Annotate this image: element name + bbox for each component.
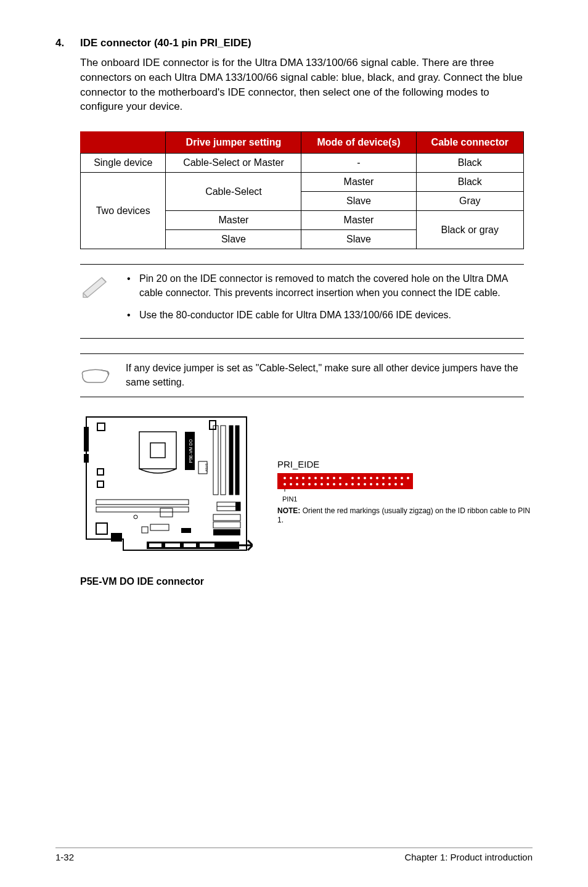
cell-cs-or-master: Cable-Select or Master	[166, 154, 301, 173]
cell-master-mode: Master	[301, 211, 416, 230]
svg-point-55	[401, 477, 403, 479]
svg-point-45	[333, 477, 335, 479]
svg-point-70	[364, 483, 366, 485]
note-bullet-pin20: Pin 20 on the IDE connector is removed t…	[139, 272, 524, 300]
footer-page-number: 1-32	[55, 852, 74, 862]
note-block-pin20: Pin 20 on the IDE connector is removed t…	[80, 264, 524, 339]
svg-point-51	[376, 477, 378, 479]
svg-rect-32	[149, 543, 161, 547]
table-row: Two devices Cable-Select Master Black	[81, 173, 524, 192]
svg-rect-35	[200, 543, 214, 547]
svg-point-65	[333, 483, 335, 485]
svg-point-72	[376, 483, 378, 485]
footer-chapter-title: Chapter 1: Product introduction	[404, 852, 533, 862]
svg-point-56	[407, 477, 409, 479]
svg-point-62	[314, 483, 317, 485]
svg-point-73	[382, 483, 385, 485]
svg-point-68	[351, 483, 354, 485]
svg-rect-20	[96, 523, 107, 534]
svg-point-59	[296, 483, 298, 485]
hand-point-icon	[80, 364, 111, 389]
cell-black-or-gray: Black or gray	[416, 211, 523, 249]
svg-point-38	[290, 477, 292, 479]
cell-cable-select: Cable-Select	[166, 173, 301, 211]
svg-rect-24	[181, 528, 191, 533]
svg-rect-0	[97, 423, 105, 431]
svg-point-53	[388, 477, 391, 479]
svg-rect-14	[229, 426, 233, 495]
svg-point-74	[388, 483, 391, 485]
connector-note-text: Orient the red markings (usually zigzag)…	[277, 506, 530, 524]
note-block-cable-select: If any device jumper is set as "Cable-Se…	[80, 353, 524, 397]
cell-single-device: Single device	[81, 154, 166, 173]
cell-slave: Slave	[301, 192, 416, 211]
svg-point-64	[327, 483, 329, 485]
svg-rect-30	[213, 529, 240, 535]
note-bullet-80conductor: Use the 80-conductor IDE cable for Ultra…	[139, 308, 524, 322]
ide-pinout-diagram	[277, 473, 413, 492]
svg-rect-4	[84, 427, 89, 452]
svg-point-66	[339, 483, 341, 485]
svg-rect-36	[277, 473, 413, 489]
svg-point-44	[327, 477, 329, 479]
connector-note: NOTE: Orient the red markings (usually z…	[277, 506, 533, 524]
jumper-settings-table: Drive jumper setting Mode of device(s) C…	[80, 131, 524, 249]
cell-master: Master	[301, 173, 416, 192]
svg-point-71	[370, 483, 372, 485]
note-cable-select-text: If any device jumper is set as "Cable-Se…	[126, 361, 524, 389]
svg-rect-12	[213, 426, 218, 495]
pin1-label: PIN1	[282, 495, 533, 503]
svg-rect-2	[97, 469, 104, 475]
svg-rect-17	[96, 507, 189, 512]
svg-rect-15	[235, 426, 239, 495]
svg-rect-13	[221, 426, 226, 495]
table-row: Single device Cable-Select or Master - B…	[81, 154, 524, 173]
svg-point-67	[345, 483, 348, 485]
connector-note-bold: NOTE:	[277, 506, 300, 515]
cell-black: Black	[416, 154, 523, 173]
svg-point-63	[321, 483, 323, 485]
svg-point-50	[370, 477, 372, 479]
svg-point-40	[302, 477, 304, 479]
cell-black2: Black	[416, 173, 523, 192]
table-header-blank	[81, 132, 166, 154]
section-body: The onboard IDE connector is for the Ult…	[80, 56, 533, 114]
svg-text:P5E-VM DO: P5E-VM DO	[189, 439, 193, 463]
table-header-cable: Cable connector	[416, 132, 523, 154]
table-header-mode: Mode of device(s)	[301, 132, 416, 154]
cell-master-setting: Master	[166, 211, 301, 230]
cell-two-devices: Two devices	[81, 173, 166, 249]
cell-dash: -	[301, 154, 416, 173]
cell-gray: Gray	[416, 192, 523, 211]
svg-rect-5	[84, 454, 89, 463]
svg-rect-27	[235, 502, 240, 511]
svg-rect-16	[96, 500, 189, 505]
svg-point-54	[394, 477, 397, 479]
svg-rect-1	[210, 421, 216, 429]
svg-rect-3	[97, 481, 104, 487]
svg-point-48	[357, 477, 360, 479]
pencil-icon	[80, 274, 111, 302]
svg-rect-6	[139, 432, 176, 469]
svg-point-43	[321, 477, 323, 479]
svg-point-75	[394, 483, 397, 485]
svg-rect-18	[160, 508, 173, 517]
svg-point-49	[364, 477, 366, 479]
svg-rect-29	[213, 522, 240, 528]
svg-rect-28	[213, 514, 240, 521]
motherboard-diagram: P5E-VM DO ASUS	[80, 410, 253, 570]
svg-point-58	[290, 483, 292, 485]
svg-point-39	[296, 477, 298, 479]
connector-label: PRI_EIDE	[277, 459, 533, 469]
svg-rect-33	[165, 543, 180, 547]
svg-point-52	[382, 477, 385, 479]
cell-slave-setting: Slave	[166, 230, 301, 249]
table-header-drive-jumper: Drive jumper setting	[166, 132, 301, 154]
diagram-caption: P5E-VM DO IDE connector	[80, 576, 253, 587]
svg-point-46	[339, 477, 341, 479]
svg-point-41	[308, 477, 311, 479]
cell-slave-mode: Slave	[301, 230, 416, 249]
svg-rect-23	[142, 527, 148, 533]
svg-rect-22	[150, 524, 169, 530]
svg-text:ASUS: ASUS	[205, 463, 208, 472]
